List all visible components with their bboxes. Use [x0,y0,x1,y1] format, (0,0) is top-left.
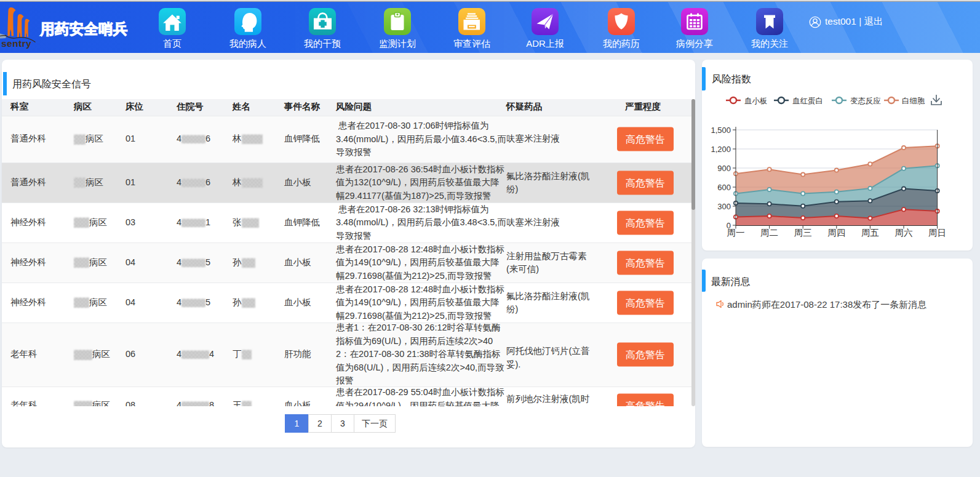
svg-text:变态反应: 变态反应 [850,97,881,105]
svg-text:sentry: sentry [1,38,31,49]
svg-text:血小板: 血小板 [744,97,768,105]
svg-text:周五: 周五 [861,228,879,238]
svg-text:白细胞: 白细胞 [902,97,925,105]
svg-text:周日: 周日 [928,228,946,238]
svg-text:周四: 周四 [827,228,845,238]
svg-text:周六: 周六 [895,228,913,238]
svg-text:1,500: 1,500 [711,126,731,135]
svg-text:600: 600 [717,183,731,192]
svg-text:周一: 周一 [727,228,745,238]
svg-text:1,200: 1,200 [711,145,731,154]
svg-text:周三: 周三 [794,228,812,238]
svg-text:900: 900 [717,164,731,173]
svg-text:血红蛋白: 血红蛋白 [792,97,823,105]
svg-text:周二: 周二 [760,228,778,238]
svg-text:300: 300 [717,202,731,211]
